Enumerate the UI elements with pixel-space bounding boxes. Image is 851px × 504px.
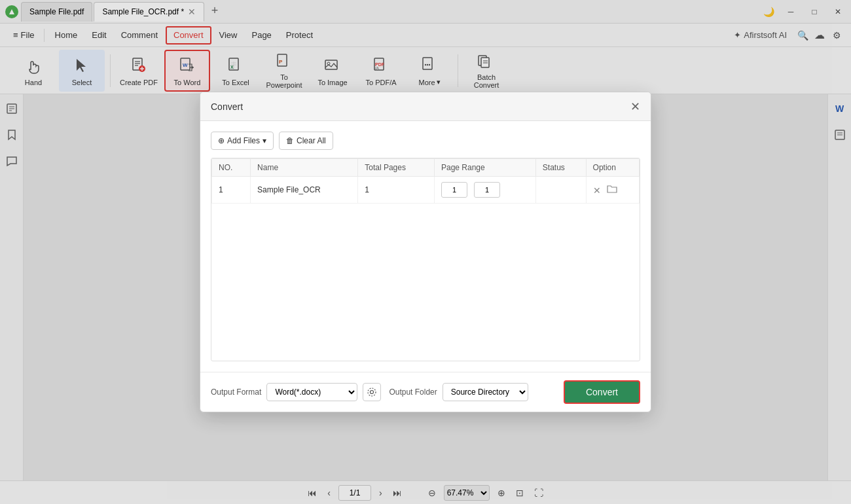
table-empty-area (211, 204, 640, 361)
convert-dialog: Convert ✕ ⊕ Add Files ▾ 🗑 Clear All (200, 92, 651, 412)
page-range-to-input[interactable] (474, 182, 500, 198)
row-no: 1 (212, 177, 251, 204)
modal-body: ⊕ Add Files ▾ 🗑 Clear All NO. Name T (200, 121, 651, 372)
modal-footer: Output Format Word(*.docx) Excel(*.xlsx)… (200, 372, 651, 412)
output-format-group: Output Format Word(*.docx) Excel(*.xlsx)… (211, 383, 381, 401)
output-format-label: Output Format (211, 387, 261, 397)
modal-toolbar: ⊕ Add Files ▾ 🗑 Clear All (211, 132, 640, 150)
modal-header: Convert ✕ (200, 92, 651, 121)
col-page-range: Page Range (434, 159, 535, 177)
row-total-pages: 1 (358, 177, 435, 204)
option-folder-btn[interactable] (607, 185, 617, 196)
convert-btn[interactable]: Convert (564, 380, 640, 404)
col-no: NO. (212, 159, 251, 177)
add-files-btn[interactable]: ⊕ Add Files ▾ (211, 132, 274, 150)
row-page-range (434, 177, 535, 204)
clear-all-label: Clear All (297, 136, 326, 145)
output-folder-group: Output Folder Source Directory Custom Di… (389, 383, 528, 401)
output-folder-select[interactable]: Source Directory Custom Directory (443, 383, 528, 401)
option-delete-btn[interactable]: ✕ (593, 185, 601, 196)
svg-point-37 (371, 391, 374, 394)
add-files-icon: ⊕ (218, 136, 225, 145)
modal-close-btn[interactable]: ✕ (630, 101, 640, 113)
table-row: 1 Sample File_OCR 1 ✕ (212, 177, 640, 204)
col-total-pages: Total Pages (358, 159, 435, 177)
page-range-from-input[interactable] (441, 182, 467, 198)
col-name: Name (251, 159, 358, 177)
row-option: ✕ (586, 177, 639, 204)
files-table-container: NO. Name Total Pages Page Range Status O… (211, 158, 640, 361)
clear-all-btn[interactable]: 🗑 Clear All (279, 132, 333, 150)
format-settings-btn[interactable] (363, 383, 381, 401)
modal-overlay: Convert ✕ ⊕ Add Files ▾ 🗑 Clear All (0, 0, 851, 504)
svg-point-38 (368, 388, 376, 396)
output-format-select[interactable]: Word(*.docx) Excel(*.xlsx) PowerPoint(*.… (266, 383, 357, 401)
add-files-label: Add Files (227, 136, 260, 145)
col-status: Status (535, 159, 586, 177)
row-name: Sample File_OCR (251, 177, 358, 204)
files-table: NO. Name Total Pages Page Range Status O… (211, 158, 640, 204)
add-files-arrow: ▾ (263, 136, 266, 145)
col-option: Option (586, 159, 639, 177)
output-folder-label: Output Folder (389, 387, 437, 397)
clear-all-icon: 🗑 (286, 136, 294, 145)
modal-title: Convert (211, 101, 243, 112)
row-status (535, 177, 586, 204)
